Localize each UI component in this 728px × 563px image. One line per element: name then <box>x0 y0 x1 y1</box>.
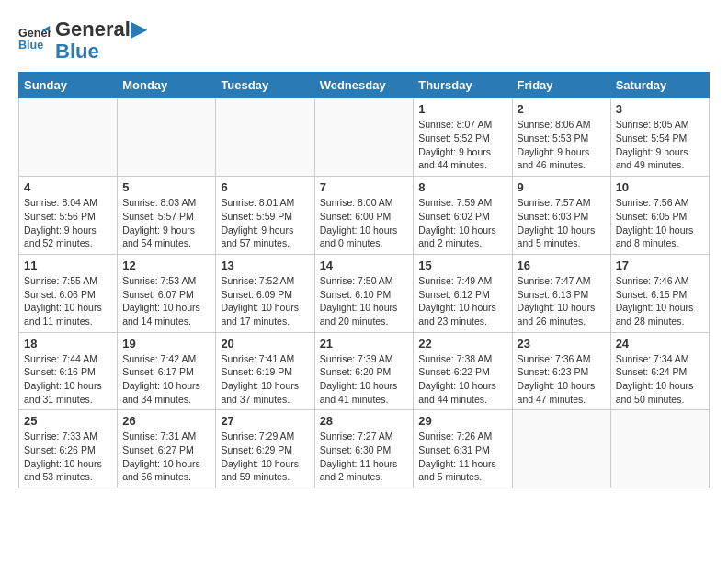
day-info: Sunrise: 7:38 AMSunset: 6:22 PMDaylight:… <box>418 352 506 407</box>
day-number: 24 <box>616 337 704 350</box>
day-number: 12 <box>122 259 210 272</box>
calendar-cell: 25Sunrise: 7:33 AMSunset: 6:26 PMDayligh… <box>19 410 118 488</box>
day-info: Sunrise: 7:39 AMSunset: 6:20 PMDaylight:… <box>320 352 409 407</box>
day-number: 3 <box>616 102 704 116</box>
day-number: 5 <box>122 180 210 194</box>
day-number: 4 <box>24 180 112 194</box>
calendar-cell <box>118 98 216 177</box>
calendar-cell <box>512 410 610 488</box>
svg-text:Blue: Blue <box>18 39 43 52</box>
calendar-cell: 26Sunrise: 7:31 AMSunset: 6:27 PMDayligh… <box>118 410 216 488</box>
weekday-header-wednesday: Wednesday <box>314 73 414 98</box>
day-info: Sunrise: 8:06 AMSunset: 5:53 PMDaylight:… <box>518 118 606 172</box>
calendar-cell <box>216 98 314 177</box>
calendar-cell: 9Sunrise: 7:57 AMSunset: 6:03 PMDaylight… <box>512 177 610 255</box>
calendar-cell: 23Sunrise: 7:36 AMSunset: 6:23 PMDayligh… <box>512 332 610 410</box>
day-number: 8 <box>418 180 506 194</box>
calendar-cell: 11Sunrise: 7:55 AMSunset: 6:06 PMDayligh… <box>19 254 118 332</box>
calendar-cell: 1Sunrise: 8:07 AMSunset: 5:52 PMDaylight… <box>414 98 512 177</box>
calendar-cell <box>610 410 709 488</box>
day-number: 21 <box>320 337 409 350</box>
day-info: Sunrise: 7:55 AMSunset: 6:06 PMDaylight:… <box>24 274 112 328</box>
day-number: 14 <box>320 259 409 272</box>
calendar-cell: 29Sunrise: 7:26 AMSunset: 6:31 PMDayligh… <box>414 410 512 488</box>
day-number: 25 <box>24 414 112 428</box>
day-info: Sunrise: 7:34 AMSunset: 6:24 PMDaylight:… <box>616 352 704 407</box>
calendar-cell: 21Sunrise: 7:39 AMSunset: 6:20 PMDayligh… <box>314 332 414 410</box>
day-info: Sunrise: 7:33 AMSunset: 6:26 PMDaylight:… <box>24 430 112 484</box>
day-number: 7 <box>320 180 409 194</box>
calendar-cell: 24Sunrise: 7:34 AMSunset: 6:24 PMDayligh… <box>610 332 709 410</box>
day-info: Sunrise: 8:07 AMSunset: 5:52 PMDaylight:… <box>418 118 506 172</box>
day-number: 23 <box>518 337 606 350</box>
day-info: Sunrise: 7:57 AMSunset: 6:03 PMDaylight:… <box>518 196 606 250</box>
calendar-week-2: 4Sunrise: 8:04 AMSunset: 5:56 PMDaylight… <box>19 177 710 255</box>
calendar-cell: 28Sunrise: 7:27 AMSunset: 6:30 PMDayligh… <box>314 410 414 488</box>
day-number: 27 <box>221 414 309 428</box>
calendar-cell: 18Sunrise: 7:44 AMSunset: 6:16 PMDayligh… <box>19 332 118 410</box>
calendar-week-3: 11Sunrise: 7:55 AMSunset: 6:06 PMDayligh… <box>19 254 710 332</box>
calendar-cell: 16Sunrise: 7:47 AMSunset: 6:13 PMDayligh… <box>512 254 610 332</box>
calendar-cell: 15Sunrise: 7:49 AMSunset: 6:12 PMDayligh… <box>414 254 512 332</box>
day-number: 11 <box>24 259 112 272</box>
logo-icon: General Blue <box>18 24 51 57</box>
day-info: Sunrise: 8:05 AMSunset: 5:54 PMDaylight:… <box>616 118 704 172</box>
day-info: Sunrise: 7:29 AMSunset: 6:29 PMDaylight:… <box>221 430 309 484</box>
calendar-week-5: 25Sunrise: 7:33 AMSunset: 6:26 PMDayligh… <box>19 410 710 488</box>
calendar-cell: 10Sunrise: 7:56 AMSunset: 6:05 PMDayligh… <box>610 177 709 255</box>
day-info: Sunrise: 7:46 AMSunset: 6:15 PMDaylight:… <box>616 274 704 328</box>
day-number: 29 <box>418 414 506 428</box>
calendar-cell: 2Sunrise: 8:06 AMSunset: 5:53 PMDaylight… <box>512 98 610 177</box>
calendar-week-4: 18Sunrise: 7:44 AMSunset: 6:16 PMDayligh… <box>19 332 710 410</box>
day-info: Sunrise: 7:44 AMSunset: 6:16 PMDaylight:… <box>24 352 112 407</box>
weekday-header-monday: Monday <box>118 73 216 98</box>
day-info: Sunrise: 7:27 AMSunset: 6:30 PMDaylight:… <box>320 430 409 484</box>
weekday-header-tuesday: Tuesday <box>216 73 314 98</box>
day-number: 10 <box>616 180 704 194</box>
day-number: 19 <box>122 337 210 350</box>
day-number: 28 <box>320 414 409 428</box>
calendar-cell: 20Sunrise: 7:41 AMSunset: 6:19 PMDayligh… <box>216 332 314 410</box>
weekday-header-sunday: Sunday <box>19 73 118 98</box>
calendar-cell: 12Sunrise: 7:53 AMSunset: 6:07 PMDayligh… <box>118 254 216 332</box>
day-info: Sunrise: 8:03 AMSunset: 5:57 PMDaylight:… <box>122 196 210 250</box>
calendar-cell: 3Sunrise: 8:05 AMSunset: 5:54 PMDaylight… <box>610 98 709 177</box>
calendar-cell <box>314 98 414 177</box>
logo: General Blue General▶ Blue <box>18 18 146 63</box>
calendar-cell: 17Sunrise: 7:46 AMSunset: 6:15 PMDayligh… <box>610 254 709 332</box>
day-number: 2 <box>518 102 606 116</box>
day-number: 22 <box>418 337 506 350</box>
day-number: 6 <box>221 180 309 194</box>
calendar-cell: 4Sunrise: 8:04 AMSunset: 5:56 PMDaylight… <box>19 177 118 255</box>
day-info: Sunrise: 7:53 AMSunset: 6:07 PMDaylight:… <box>122 274 210 328</box>
day-info: Sunrise: 8:01 AMSunset: 5:59 PMDaylight:… <box>221 196 309 250</box>
day-info: Sunrise: 7:31 AMSunset: 6:27 PMDaylight:… <box>122 430 210 484</box>
page-header: General Blue General▶ Blue <box>18 18 710 63</box>
day-info: Sunrise: 7:41 AMSunset: 6:19 PMDaylight:… <box>221 352 309 407</box>
day-info: Sunrise: 7:49 AMSunset: 6:12 PMDaylight:… <box>418 274 506 328</box>
day-number: 20 <box>221 337 309 350</box>
weekday-header-friday: Friday <box>512 73 610 98</box>
day-info: Sunrise: 7:52 AMSunset: 6:09 PMDaylight:… <box>221 274 309 328</box>
calendar-week-1: 1Sunrise: 8:07 AMSunset: 5:52 PMDaylight… <box>19 98 710 177</box>
day-info: Sunrise: 7:59 AMSunset: 6:02 PMDaylight:… <box>418 196 506 250</box>
day-info: Sunrise: 8:04 AMSunset: 5:56 PMDaylight:… <box>24 196 112 250</box>
calendar-cell: 8Sunrise: 7:59 AMSunset: 6:02 PMDaylight… <box>414 177 512 255</box>
day-number: 26 <box>122 414 210 428</box>
day-number: 15 <box>418 259 506 272</box>
calendar-cell <box>19 98 118 177</box>
day-info: Sunrise: 7:26 AMSunset: 6:31 PMDaylight:… <box>418 430 506 484</box>
day-number: 1 <box>418 102 506 116</box>
calendar-cell: 5Sunrise: 8:03 AMSunset: 5:57 PMDaylight… <box>118 177 216 255</box>
day-number: 18 <box>24 337 112 350</box>
day-info: Sunrise: 7:50 AMSunset: 6:10 PMDaylight:… <box>320 274 409 328</box>
weekday-header-thursday: Thursday <box>414 73 512 98</box>
calendar-cell: 13Sunrise: 7:52 AMSunset: 6:09 PMDayligh… <box>216 254 314 332</box>
calendar-cell: 14Sunrise: 7:50 AMSunset: 6:10 PMDayligh… <box>314 254 414 332</box>
calendar-cell: 19Sunrise: 7:42 AMSunset: 6:17 PMDayligh… <box>118 332 216 410</box>
calendar-cell: 27Sunrise: 7:29 AMSunset: 6:29 PMDayligh… <box>216 410 314 488</box>
day-number: 9 <box>518 180 606 194</box>
day-info: Sunrise: 7:56 AMSunset: 6:05 PMDaylight:… <box>616 196 704 250</box>
weekday-header-saturday: Saturday <box>610 73 709 98</box>
weekday-header-row: SundayMondayTuesdayWednesdayThursdayFrid… <box>19 73 710 98</box>
